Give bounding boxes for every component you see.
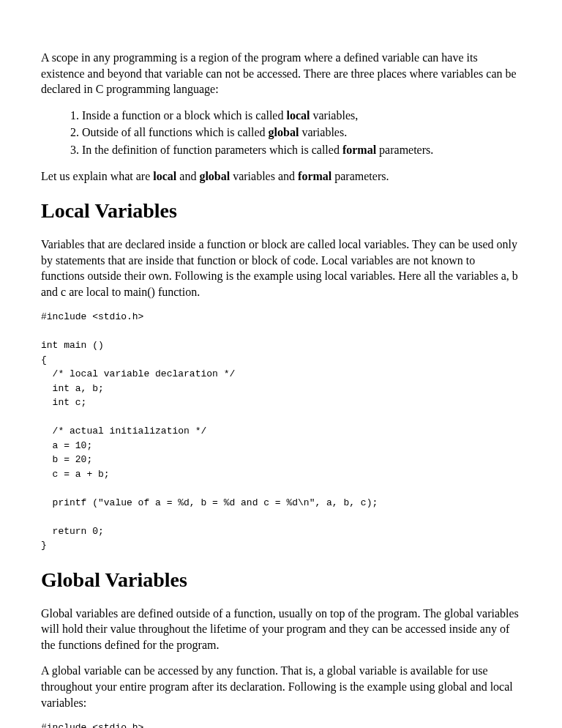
text: variables and bbox=[230, 170, 298, 182]
text: parameters. bbox=[331, 170, 389, 182]
list-item: In the definition of function parameters… bbox=[82, 142, 521, 158]
text: and bbox=[176, 170, 199, 182]
list-item: Inside a function or a block which is ca… bbox=[82, 108, 521, 124]
list-item: Outside of all functions which is called… bbox=[82, 125, 521, 141]
global-variables-heading: Global Variables bbox=[41, 566, 521, 594]
bold-text: formal bbox=[298, 170, 331, 182]
local-variables-paragraph: Variables that are declared inside a fun… bbox=[41, 237, 521, 300]
intro-list: Inside a function or a block which is ca… bbox=[41, 108, 521, 158]
bold-text: global bbox=[199, 170, 230, 182]
global-variables-code: #include <stdio.h> /* global variable de… bbox=[41, 721, 521, 728]
text: Let us explain what are bbox=[41, 170, 153, 182]
local-variables-heading: Local Variables bbox=[41, 197, 521, 225]
text: Outside of all functions which is called bbox=[82, 126, 269, 138]
text: Inside a function or a block which is ca… bbox=[82, 109, 286, 122]
bold-text: global bbox=[269, 126, 299, 138]
intro-summary: Let us explain what are local and global… bbox=[41, 168, 521, 185]
global-variables-paragraph-1: Global variables are defined outside of … bbox=[41, 606, 521, 653]
bold-text: local bbox=[153, 170, 176, 182]
local-variables-code: #include <stdio.h> int main () { /* loca… bbox=[41, 310, 521, 553]
text: In the definition of function parameters… bbox=[82, 144, 342, 156]
text: parameters. bbox=[376, 144, 433, 156]
text: variables, bbox=[310, 109, 358, 122]
intro-paragraph: A scope in any programming is a region o… bbox=[41, 50, 521, 97]
bold-text: local bbox=[286, 109, 310, 122]
global-variables-paragraph-2: A global variable can be accessed by any… bbox=[41, 663, 521, 710]
text: variables. bbox=[299, 126, 347, 138]
bold-text: formal bbox=[342, 144, 376, 156]
